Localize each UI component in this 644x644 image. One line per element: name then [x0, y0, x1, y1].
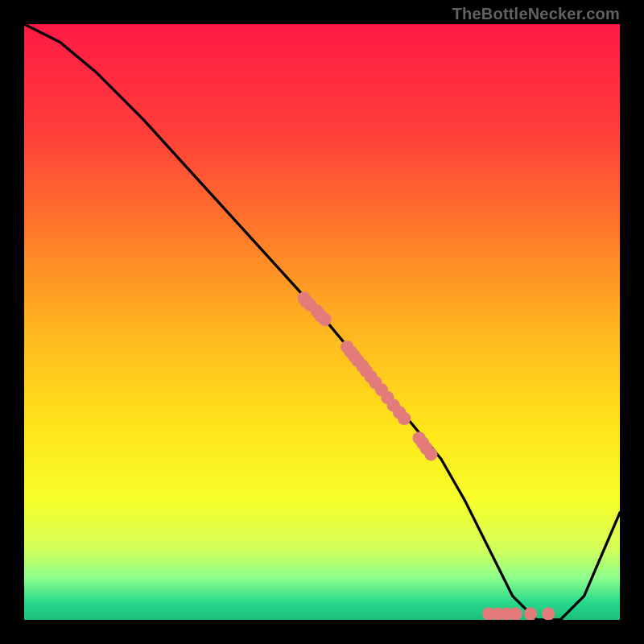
data-marker	[509, 607, 522, 620]
data-marker	[524, 607, 537, 620]
data-marker	[424, 448, 437, 460]
data-marker	[319, 313, 332, 326]
chart	[24, 24, 620, 620]
data-marker	[398, 412, 411, 425]
watermark-text: TheBottleNecker.com	[452, 5, 620, 23]
data-marker	[542, 607, 555, 620]
chart-svg	[24, 24, 620, 620]
